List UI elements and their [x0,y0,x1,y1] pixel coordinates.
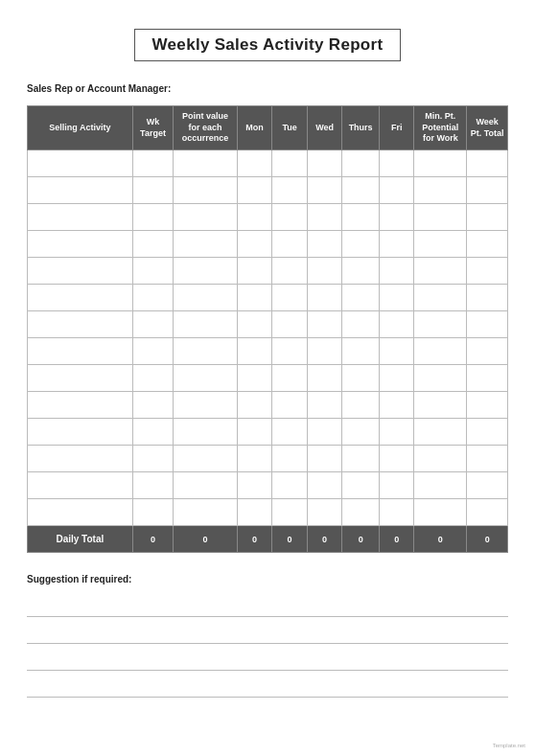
table-cell [174,365,237,392]
total-row: Daily Total000000000 [28,526,508,553]
daily-total-value: 0 [132,526,174,553]
table-cell [379,365,414,392]
table-cell [467,338,508,365]
table-cell [342,311,380,338]
daily-total-label: Daily Total [28,526,133,553]
table-cell [174,177,237,204]
table-cell [132,311,174,338]
suggestion-label: Suggestion if required: [27,574,508,584]
table-cell [379,150,414,177]
table-cell [28,499,133,526]
table-cell [237,392,272,419]
table-cell [132,231,174,258]
table-cell [414,258,467,285]
table-row [28,285,508,311]
table-cell [379,231,414,258]
table-cell [467,472,508,499]
table-cell [307,419,342,446]
table-cell [342,150,380,177]
th-wk-target: Wk Target [132,106,174,150]
table-row [28,204,508,231]
table-cell [342,419,380,446]
table-cell [272,150,308,177]
table-cell [132,392,174,419]
title-wrapper: Weekly Sales Activity Report [27,29,508,61]
table-cell [342,338,380,365]
suggestion-line-3 [27,652,508,671]
table-cell [379,285,414,311]
table-cell [237,177,272,204]
table-cell [272,499,308,526]
watermark: Template.net [493,743,525,748]
table-cell [307,338,342,365]
table-row [28,258,508,285]
table-cell [379,419,414,446]
sales-table: Selling Activity Wk Target Point value f… [27,105,508,553]
table-cell [174,231,237,258]
table-cell [28,177,133,204]
table-cell [132,258,174,285]
table-cell [174,446,237,472]
table-cell [174,419,237,446]
table-cell [307,177,342,204]
table-cell [342,472,380,499]
table-cell [414,177,467,204]
table-cell [414,285,467,311]
th-mon: Mon [237,106,272,150]
table-cell [379,472,414,499]
table-body: Daily Total000000000 [28,150,508,553]
table-cell [132,177,174,204]
table-cell [272,231,308,258]
table-cell [379,311,414,338]
table-cell [342,285,380,311]
table-cell [28,419,133,446]
table-cell [132,204,174,231]
table-cell [237,446,272,472]
table-cell [467,177,508,204]
table-cell [28,472,133,499]
table-cell [237,472,272,499]
table-cell [342,204,380,231]
daily-total-value: 0 [307,526,342,553]
meta-label: Sales Rep or Account Manager: [27,82,508,96]
table-cell [414,150,467,177]
daily-total-value: 0 [342,526,380,553]
table-cell [272,177,308,204]
table-cell [28,285,133,311]
table-row [28,472,508,499]
table-cell [28,231,133,258]
table-cell [237,150,272,177]
table-cell [342,499,380,526]
table-cell [237,285,272,311]
table-cell [272,338,308,365]
table-cell [379,258,414,285]
table-cell [379,446,414,472]
table-cell [414,446,467,472]
th-selling-activity: Selling Activity [28,106,133,150]
daily-total-value: 0 [174,526,237,553]
table-cell [342,392,380,419]
table-cell [237,499,272,526]
page: Weekly Sales Activity Report Sales Rep o… [0,0,535,756]
table-cell [132,150,174,177]
suggestion-line-4 [27,678,508,698]
table-cell [174,499,237,526]
table-cell [379,392,414,419]
table-cell [272,446,308,472]
table-row [28,446,508,472]
th-wed: Wed [307,106,342,150]
page-title: Weekly Sales Activity Report [152,35,384,54]
table-cell [342,177,380,204]
table-cell [467,419,508,446]
table-cell [467,258,508,285]
table-cell [272,365,308,392]
table-cell [414,204,467,231]
table-cell [414,392,467,419]
suggestion-section: Suggestion if required: [27,574,508,698]
table-cell [237,338,272,365]
table-cell [237,365,272,392]
table-cell [132,365,174,392]
table-cell [132,472,174,499]
table-cell [379,338,414,365]
table-row [28,150,508,177]
